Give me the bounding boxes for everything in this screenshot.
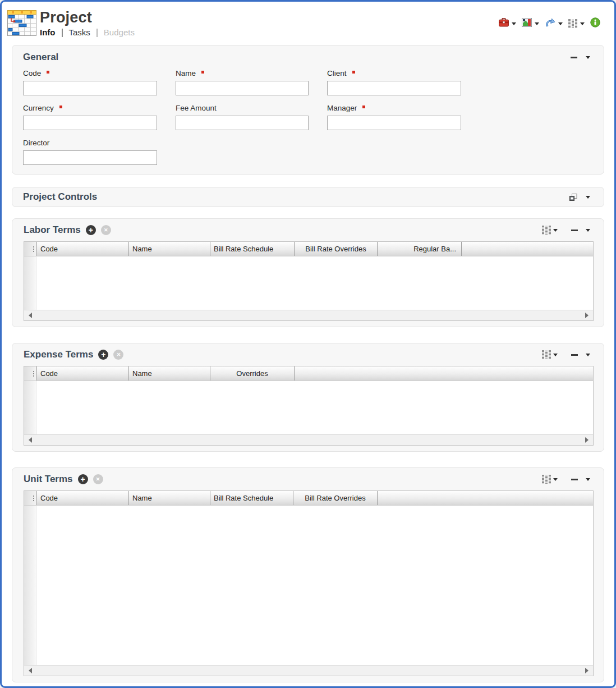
name-input[interactable]	[176, 81, 309, 95]
collapse-button[interactable]	[571, 57, 577, 58]
grid-body	[24, 506, 593, 665]
column-header-overrides[interactable]: Overrides	[210, 366, 294, 380]
restore-section-button[interactable]	[569, 194, 577, 201]
columns-icon	[542, 350, 551, 359]
tab-info[interactable]: Info	[40, 27, 56, 38]
chevron-down-icon	[580, 22, 585, 25]
section-menu-button[interactable]	[586, 354, 590, 356]
chart-menu-button[interactable]	[521, 17, 540, 30]
header-toolbar	[498, 17, 601, 30]
scroll-right-arrow[interactable]	[585, 313, 589, 318]
field-fee-amount: Fee Amount	[176, 104, 309, 130]
field-director: Director	[23, 139, 157, 165]
grid-header-row: Code Name Overrides	[24, 366, 593, 381]
expense-terms-title: Expense Terms	[24, 349, 93, 360]
section-menu-button[interactable]	[586, 229, 590, 232]
grid-header-row: Code Name Bill Rate Schedule Bill Rate O…	[24, 491, 593, 506]
horizontal-scrollbar[interactable]	[24, 665, 593, 676]
scroll-left-arrow[interactable]	[29, 437, 32, 443]
field-label: Name	[176, 69, 309, 78]
grid-empty-area	[36, 256, 593, 310]
columns-icon	[542, 475, 551, 484]
gantt-chart-icon	[7, 10, 36, 36]
column-header-code[interactable]: Code	[36, 242, 128, 256]
chevron-down-icon	[558, 22, 563, 25]
chevron-down-icon	[586, 56, 590, 59]
column-header-bill-rate-overrides[interactable]: Bill Rate Overrides	[293, 491, 377, 505]
chevron-down-icon	[553, 354, 558, 356]
delete-row-button[interactable]	[113, 350, 123, 360]
tab-budgets: Budgets	[104, 27, 135, 38]
collapse-button[interactable]	[571, 230, 578, 231]
column-chooser-button[interactable]	[542, 350, 558, 359]
column-header-code[interactable]: Code	[36, 366, 128, 380]
info-button[interactable]	[590, 17, 601, 30]
column-header-code[interactable]: Code	[36, 491, 128, 505]
labor-terms-title: Labor Terms	[24, 224, 81, 236]
labor-terms-grid: Code Name Bill Rate Schedule Bill Rate O…	[24, 241, 594, 321]
drag-handle-icon[interactable]	[33, 496, 34, 497]
drag-handle-icon[interactable]	[33, 246, 34, 247]
currency-input[interactable]	[23, 116, 157, 130]
scroll-right-arrow[interactable]	[585, 437, 589, 443]
fee-amount-input[interactable]	[176, 116, 309, 130]
column-header-name[interactable]: Name	[128, 366, 210, 380]
section-unit-terms: Unit Terms Code Name Bill Rate Schedule …	[12, 467, 604, 682]
section-expense-terms: Expense Terms Code Name Overrides	[12, 343, 604, 452]
required-marker	[201, 71, 204, 74]
column-header-name[interactable]: Name	[128, 491, 210, 505]
collapse-button[interactable]	[571, 354, 578, 356]
field-client: Client	[327, 69, 461, 95]
horizontal-scrollbar[interactable]	[24, 434, 593, 445]
general-form: Code Name Client Currency Fee Amount Man…	[23, 69, 594, 165]
columns-icon	[568, 19, 577, 28]
columns-menu-button[interactable]	[568, 19, 585, 29]
column-header-bill-rate-schedule[interactable]: Bill Rate Schedule	[210, 491, 293, 505]
column-header-name[interactable]: Name	[128, 242, 210, 256]
delete-row-button[interactable]	[101, 225, 111, 235]
chevron-down-icon	[553, 478, 558, 481]
expense-terms-grid: Code Name Overrides	[24, 366, 594, 446]
director-input[interactable]	[23, 150, 157, 165]
code-input[interactable]	[23, 81, 157, 95]
column-header-regular-ba[interactable]: Regular Ba...	[377, 242, 461, 256]
section-menu-button[interactable]	[586, 56, 590, 59]
required-marker	[362, 106, 365, 108]
column-header-bill-rate-overrides[interactable]: Bill Rate Overrides	[294, 242, 377, 256]
row-selector-header	[24, 366, 36, 380]
section-menu-button[interactable]	[586, 478, 590, 481]
scroll-right-arrow[interactable]	[585, 668, 589, 673]
labor-terms-header: Labor Terms	[24, 219, 594, 241]
toolbox-menu-button[interactable]	[498, 17, 517, 30]
collapse-button[interactable]	[571, 479, 578, 480]
chart-picture-icon	[522, 18, 532, 29]
add-row-button[interactable]	[98, 350, 108, 360]
grid-empty-area	[36, 506, 593, 665]
add-row-button[interactable]	[86, 225, 96, 235]
scroll-left-arrow[interactable]	[29, 313, 32, 318]
delete-row-button[interactable]	[93, 474, 103, 484]
add-row-button[interactable]	[78, 474, 88, 484]
field-name: Name	[176, 69, 309, 95]
field-label: Director	[23, 139, 157, 148]
columns-icon	[542, 226, 551, 235]
section-labor-terms: Labor Terms Code Name Bill Rate Schedule…	[12, 218, 604, 327]
row-selector-column	[24, 506, 36, 665]
drag-handle-icon[interactable]	[33, 371, 34, 372]
horizontal-scrollbar[interactable]	[24, 310, 593, 320]
labor-terms-controls	[542, 226, 594, 235]
column-header-bill-rate-schedule[interactable]: Bill Rate Schedule	[210, 242, 294, 256]
redo-menu-button[interactable]	[544, 17, 563, 30]
section-menu-button[interactable]	[586, 196, 590, 199]
client-input[interactable]	[327, 81, 461, 95]
required-marker	[352, 71, 355, 74]
column-chooser-button[interactable]	[542, 475, 558, 484]
field-label: Manager	[327, 104, 461, 113]
scroll-left-arrow[interactable]	[29, 668, 32, 673]
field-label: Client	[327, 69, 461, 78]
required-marker	[59, 106, 62, 108]
manager-input[interactable]	[327, 116, 461, 130]
column-header-filler	[377, 491, 593, 505]
column-chooser-button[interactable]	[542, 226, 558, 235]
tab-tasks[interactable]: Tasks	[69, 27, 90, 38]
